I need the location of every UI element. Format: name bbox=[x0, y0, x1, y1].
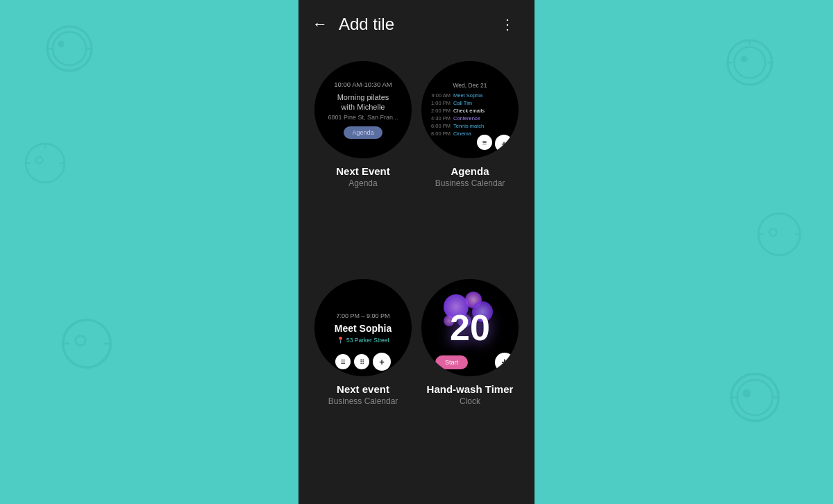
deco-icon-bl bbox=[56, 312, 118, 375]
deco-icon-ml bbox=[21, 139, 69, 187]
svg-point-16 bbox=[741, 56, 748, 62]
tile3-time-range: 7:00 PM – 9:00 PM bbox=[336, 312, 389, 319]
event-row-4: 6:00 PM Tennis match bbox=[428, 123, 512, 129]
svg-point-11 bbox=[76, 335, 85, 345]
tile4-label-secondary: Clock bbox=[460, 396, 480, 406]
tile2-list-button[interactable]: ≡ bbox=[477, 135, 492, 150]
tile3-label-secondary: Business Calendar bbox=[328, 396, 398, 406]
tile1-address: 6801 Pine St, San Fran... bbox=[328, 114, 398, 121]
start-button[interactable]: Start bbox=[435, 355, 468, 369]
event-name-3: Conference bbox=[453, 115, 480, 121]
deco-icon-tl bbox=[42, 21, 97, 76]
tile-handwash-timer: 20 Start + Hand-wash Timer Clock bbox=[416, 272, 523, 490]
tile-next-event-business: 7:00 PM – 9:00 PM Meet Sophia 📍 53 Parke… bbox=[310, 272, 416, 490]
svg-point-21 bbox=[769, 228, 777, 236]
event-name-4: Tennis match bbox=[453, 123, 484, 129]
tile3-add-button[interactable]: + bbox=[373, 353, 391, 371]
page-title: Add tile bbox=[339, 15, 495, 34]
more-icon: ⋮ bbox=[500, 16, 515, 33]
svg-point-10 bbox=[63, 320, 110, 367]
event-name-5: Cinema bbox=[453, 131, 471, 137]
header: ← Add tile ⋮ bbox=[298, 0, 535, 47]
more-options-button[interactable]: ⋮ bbox=[495, 13, 521, 35]
location-pin-icon: 📍 bbox=[337, 337, 344, 344]
tile1-time-range: 10:00 AM-10:30 AM bbox=[334, 81, 392, 88]
watch-face-2: Wed, Dec 21 9:00 AM Meet Sophia 1:00 PM … bbox=[421, 61, 519, 158]
tile-agenda-business: Wed, Dec 21 9:00 AM Meet Sophia 1:00 PM … bbox=[416, 54, 523, 272]
tile3-label-primary: Next event bbox=[337, 383, 389, 395]
svg-point-25 bbox=[737, 380, 773, 415]
svg-point-24 bbox=[732, 374, 779, 421]
event-name-1: Call Tim bbox=[453, 100, 472, 106]
tile2-date: Wed, Dec 21 bbox=[453, 82, 487, 89]
tile3-grid-button[interactable]: ⠿ bbox=[354, 354, 369, 369]
svg-point-20 bbox=[759, 214, 800, 255]
tile1-agenda-badge: Agenda bbox=[344, 126, 382, 139]
tile-next-event-agenda: 10:00 AM-10:30 AM Morning pilates with M… bbox=[310, 54, 416, 272]
tile2-add-button[interactable]: + bbox=[495, 135, 513, 153]
event-row-1: 1:00 PM Call Tim bbox=[428, 100, 512, 106]
deco-icon-mr bbox=[753, 208, 805, 260]
watch-face-4: 20 Start + bbox=[421, 279, 519, 376]
main-panel: ← Add tile ⋮ 10:00 AM-10:30 AM Morning p… bbox=[298, 0, 535, 504]
event-row-2: 2:00 PM Check emails bbox=[428, 108, 512, 114]
event-name-2: Check emails bbox=[453, 108, 485, 114]
tile3-address: 53 Parker Street bbox=[346, 337, 389, 344]
tile2-label-primary: Agenda bbox=[451, 165, 489, 177]
svg-point-15 bbox=[734, 47, 766, 78]
back-button[interactable]: ← bbox=[310, 12, 330, 36]
tile4-label-primary: Hand-wash Timer bbox=[427, 383, 514, 395]
watch-face-1: 10:00 AM-10:30 AM Morning pilates with M… bbox=[314, 61, 412, 158]
deco-icon-br bbox=[725, 368, 784, 427]
tile1-label-primary: Next Event bbox=[336, 165, 390, 177]
svg-point-1 bbox=[53, 32, 86, 65]
event-name-0: Meet Sophia bbox=[453, 92, 482, 99]
event-row-3: 4:30 PM Conference bbox=[428, 115, 512, 121]
svg-point-2 bbox=[58, 41, 65, 48]
svg-point-0 bbox=[47, 26, 92, 71]
tile1-label-secondary: Agenda bbox=[348, 178, 377, 188]
tile3-location: 📍 53 Parker Street bbox=[337, 337, 389, 344]
deco-icon-tr bbox=[722, 35, 777, 90]
tile2-actions: ≡ + bbox=[477, 135, 513, 153]
tile2-label-secondary: Business Calendar bbox=[435, 178, 505, 188]
timer-add-button[interactable]: + bbox=[495, 353, 514, 372]
svg-point-5 bbox=[26, 144, 65, 183]
tile3-actions: ≡ ⠿ + bbox=[335, 353, 391, 371]
svg-point-26 bbox=[743, 389, 751, 398]
watch-face-3: 7:00 PM – 9:00 PM Meet Sophia 📍 53 Parke… bbox=[314, 279, 412, 376]
timer-number: 20 bbox=[450, 310, 490, 346]
svg-point-6 bbox=[36, 157, 43, 164]
tiles-grid: 10:00 AM-10:30 AM Morning pilates with M… bbox=[298, 47, 535, 504]
tile3-list-button[interactable]: ≡ bbox=[335, 354, 351, 369]
tile3-event-title: Meet Sophia bbox=[335, 323, 392, 334]
tile1-event-title: Morning pilates with Michelle bbox=[337, 92, 389, 112]
event-row-0: 9:00 AM Meet Sophia bbox=[428, 92, 512, 99]
